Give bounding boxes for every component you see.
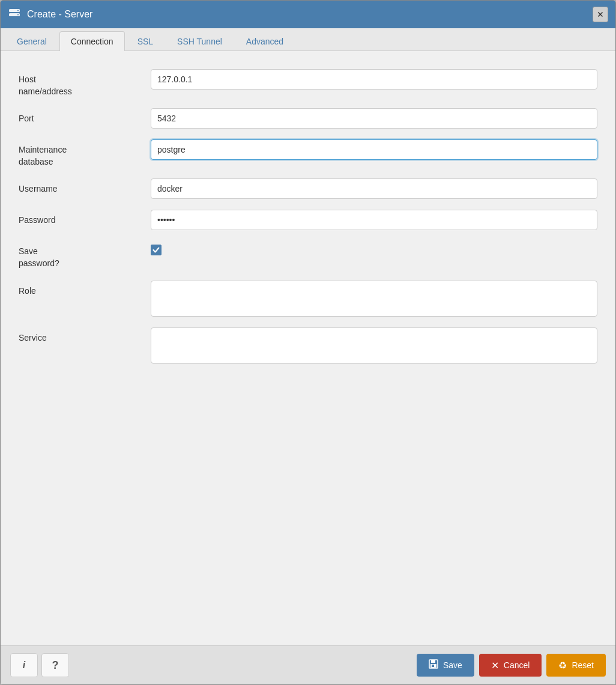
password-input[interactable] <box>151 210 597 230</box>
label-maintenance-db: Maintenance database <box>19 139 151 168</box>
username-input[interactable] <box>151 178 597 199</box>
field-row-port: Port <box>19 108 597 129</box>
control-password <box>151 210 597 230</box>
port-input[interactable] <box>151 108 597 129</box>
field-row-maintenance-db: Maintenance database <box>19 139 597 168</box>
cancel-icon: ✕ <box>491 660 499 671</box>
form-content: Host name/address Port Maintenance datab… <box>1 51 615 645</box>
control-host <box>151 69 597 90</box>
titlebar-left: Create - Server <box>8 7 92 22</box>
control-service <box>151 327 597 364</box>
label-password: Password <box>19 210 151 227</box>
svg-point-3 <box>17 14 19 15</box>
help-button[interactable]: ? <box>41 653 69 677</box>
checkmark-icon <box>152 246 160 254</box>
titlebar: Create - Server ✕ <box>1 1 615 28</box>
field-row-username: Username <box>19 178 597 199</box>
label-service: Service <box>19 327 151 344</box>
footer: i ? Save ✕ Cancel <box>1 645 615 684</box>
info-button[interactable]: i <box>10 653 38 677</box>
label-host: Host name/address <box>19 69 151 97</box>
create-server-window: Create - Server ✕ General Connection SSL… <box>0 0 616 685</box>
field-row-save-password: Save password? <box>19 241 597 269</box>
field-row-role: Role <box>19 281 597 317</box>
floppy-icon <box>429 659 438 669</box>
save-button[interactable]: Save <box>417 654 474 677</box>
tab-ssh-tunnel[interactable]: SSH Tunnel <box>166 31 234 51</box>
window-title: Create - Server <box>27 9 92 20</box>
tab-advanced[interactable]: Advanced <box>235 31 295 51</box>
save-password-checkbox[interactable] <box>151 245 162 255</box>
control-port <box>151 108 597 129</box>
field-row-service: Service <box>19 327 597 364</box>
svg-point-2 <box>17 10 19 11</box>
svg-rect-5 <box>431 660 435 663</box>
label-port: Port <box>19 108 151 125</box>
maintenance-db-input[interactable] <box>151 139 597 160</box>
svg-rect-7 <box>432 665 434 667</box>
field-row-password: Password <box>19 210 597 230</box>
control-username <box>151 178 597 199</box>
host-input[interactable] <box>151 69 597 90</box>
footer-right-buttons: Save ✕ Cancel ♻ Reset <box>417 654 606 677</box>
tab-bar: General Connection SSL SSH Tunnel Advanc… <box>1 28 615 51</box>
recycle-icon: ♻ <box>558 660 567 671</box>
control-role <box>151 281 597 317</box>
label-save-password: Save password? <box>19 241 151 269</box>
control-maintenance-db <box>151 139 597 160</box>
tab-general[interactable]: General <box>5 31 58 51</box>
label-username: Username <box>19 178 151 195</box>
control-save-password <box>151 241 597 255</box>
save-password-checkbox-wrapper <box>151 241 597 255</box>
field-row-host: Host name/address <box>19 69 597 97</box>
tab-connection[interactable]: Connection <box>59 31 125 51</box>
save-icon <box>429 659 438 671</box>
service-input[interactable] <box>151 327 597 364</box>
server-icon <box>8 7 21 22</box>
close-button[interactable]: ✕ <box>593 7 608 22</box>
cancel-button[interactable]: ✕ Cancel <box>479 654 542 677</box>
reset-button[interactable]: ♻ Reset <box>546 654 606 677</box>
tab-ssl[interactable]: SSL <box>126 31 165 51</box>
footer-left-buttons: i ? <box>10 653 69 677</box>
role-input[interactable] <box>151 281 597 317</box>
label-role: Role <box>19 281 151 297</box>
